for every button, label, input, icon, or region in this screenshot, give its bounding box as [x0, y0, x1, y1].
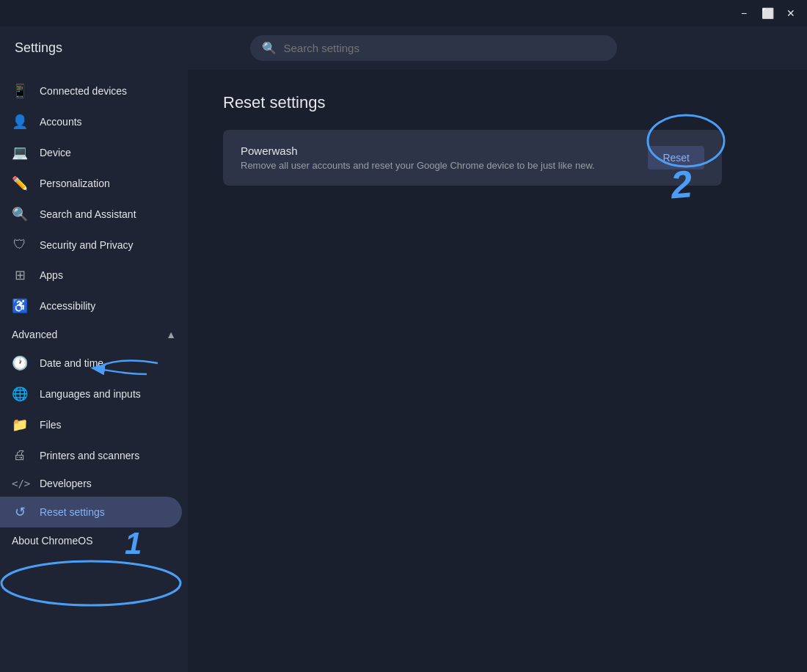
sidebar-item-label: Security and Privacy	[40, 239, 134, 251]
folder-icon: 📁	[12, 417, 28, 433]
clock-icon: 🕐	[12, 355, 28, 371]
sidebar-item-date-and-time[interactable]: 🕐 Date and time	[0, 348, 182, 379]
pencil-icon: ✏️	[12, 175, 28, 191]
magnifier-icon: 🔍	[12, 206, 28, 222]
sidebar-item-printers-and-scanners[interactable]: 🖨 Printers and scanners	[0, 440, 182, 470]
app-container: Settings 🔍 📱 Connected devices 👤 Account…	[0, 26, 807, 672]
sidebar: 📱 Connected devices 👤 Accounts 💻 Device …	[0, 70, 188, 672]
sidebar-item-label: Device	[40, 147, 71, 158]
titlebar: − ⬜ ✕	[0, 0, 807, 26]
page-title: Reset settings	[223, 93, 772, 112]
sidebar-item-label: Reset settings	[40, 506, 105, 518]
main-content: Reset settings Powerwash Remove all user…	[188, 70, 807, 672]
sidebar-item-label: Personalization	[40, 178, 110, 189]
sidebar-item-apps[interactable]: ⊞ Apps	[0, 260, 182, 291]
grid-icon: ⊞	[12, 267, 28, 283]
person-icon: 👤	[12, 114, 28, 130]
sidebar-item-accounts[interactable]: 👤 Accounts	[0, 106, 182, 137]
search-input[interactable]	[284, 42, 605, 54]
sidebar-item-label: Printers and scanners	[40, 450, 139, 461]
sidebar-item-accessibility[interactable]: ♿ Accessibility	[0, 291, 182, 321]
sidebar-item-device[interactable]: 💻 Device	[0, 137, 182, 168]
about-label: About ChromeOS	[12, 535, 93, 547]
header: Settings 🔍	[0, 26, 807, 70]
sidebar-item-files[interactable]: 📁 Files	[0, 409, 182, 440]
maximize-button[interactable]: ⬜	[757, 3, 778, 23]
smartphone-icon: 📱	[12, 83, 28, 99]
powerwash-card: Powerwash Remove all user accounts and r…	[223, 130, 722, 186]
sidebar-item-label: Search and Assistant	[40, 208, 136, 220]
search-icon: 🔍	[262, 41, 277, 55]
sidebar-item-label: Date and time	[40, 357, 103, 369]
advanced-label: Advanced	[12, 329, 57, 340]
advanced-section-header[interactable]: Advanced ▲	[0, 321, 188, 348]
reset-icon: ↺	[12, 504, 28, 520]
minimize-button[interactable]: −	[734, 3, 754, 23]
sidebar-item-connected-devices[interactable]: 📱 Connected devices	[0, 76, 182, 106]
chevron-up-icon: ▲	[166, 329, 176, 340]
sidebar-item-languages-and-inputs[interactable]: 🌐 Languages and inputs	[0, 379, 182, 409]
sidebar-item-label: Developers	[40, 478, 92, 489]
code-icon: </>	[12, 478, 28, 489]
sidebar-item-developers[interactable]: </> Developers	[0, 470, 182, 497]
body: 📱 Connected devices 👤 Accounts 💻 Device …	[0, 70, 807, 672]
app-title: Settings	[15, 40, 62, 56]
sidebar-item-label: Accounts	[40, 116, 82, 128]
shield-icon: 🛡	[12, 237, 28, 252]
sidebar-item-reset-settings[interactable]: ↺ Reset settings	[0, 497, 182, 527]
powerwash-card-text: Powerwash Remove all user accounts and r…	[241, 145, 595, 171]
globe-icon: 🌐	[12, 386, 28, 402]
printer-icon: 🖨	[12, 448, 28, 463]
sidebar-item-label: Languages and inputs	[40, 388, 141, 400]
sidebar-item-search-and-assistant[interactable]: 🔍 Search and Assistant	[0, 199, 182, 230]
sidebar-item-security-and-privacy[interactable]: 🛡 Security and Privacy	[0, 230, 182, 260]
laptop-icon: 💻	[12, 145, 28, 161]
powerwash-description: Remove all user accounts and reset your …	[241, 160, 595, 171]
sidebar-item-label: Apps	[40, 269, 63, 281]
close-button[interactable]: ✕	[781, 3, 801, 23]
sidebar-item-personalization[interactable]: ✏️ Personalization	[0, 168, 182, 199]
sidebar-item-label: Accessibility	[40, 300, 95, 312]
sidebar-item-label: Connected devices	[40, 85, 127, 97]
sidebar-item-about-chromeos[interactable]: About ChromeOS	[0, 527, 188, 554]
search-bar[interactable]: 🔍	[250, 35, 617, 61]
powerwash-title: Powerwash	[241, 145, 595, 157]
accessibility-icon: ♿	[12, 298, 28, 314]
reset-button[interactable]: Reset	[648, 146, 704, 169]
sidebar-item-label: Files	[40, 419, 62, 431]
